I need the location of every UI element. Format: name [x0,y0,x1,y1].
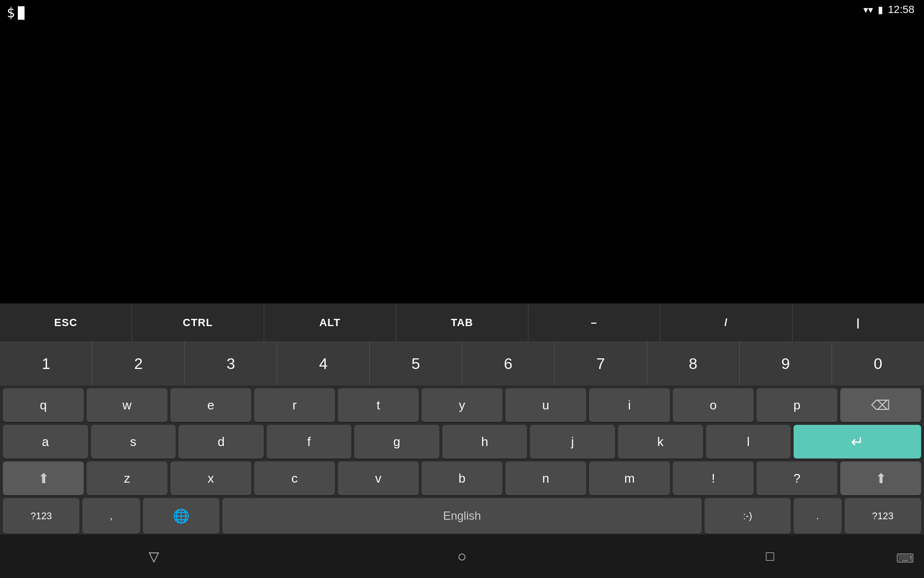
key-k[interactable]: k [618,425,703,459]
key-7[interactable]: 7 [555,342,647,385]
key-2[interactable]: 2 [92,342,185,385]
key-u[interactable]: u [505,388,586,422]
key-alt[interactable]: ALT [264,303,396,342]
key-n[interactable]: n [505,461,586,495]
terminal-area[interactable]: $ [0,0,924,303]
shift-right-icon [875,471,886,486]
key-tab[interactable]: TAB [396,303,528,342]
nav-back-button[interactable] [0,535,308,578]
key-y[interactable]: y [422,388,502,422]
nav-recent-button[interactable] [616,535,924,578]
nav-keyboard-button[interactable] [896,551,914,566]
key-row-2: a s d f g h j k l [3,425,921,459]
clock: 12:58 [888,3,914,16]
number-row: 1 2 3 4 5 6 7 8 9 0 [0,342,924,385]
key-z[interactable]: z [87,461,167,495]
key-5[interactable]: 5 [370,342,462,385]
key-b[interactable]: b [422,461,502,495]
key-c[interactable]: c [254,461,335,495]
key-dash[interactable]: – [528,303,660,342]
key-esc[interactable]: ESC [0,303,132,342]
key-8[interactable]: 8 [647,342,740,385]
key-pipe[interactable]: | [793,303,924,342]
nav-home-button[interactable] [308,535,616,578]
key-v[interactable]: v [338,461,419,495]
status-bar: ▾▾ ▮ 12:58 [828,0,924,19]
key-4[interactable]: 4 [277,342,370,385]
key-exclaim[interactable]: ! [673,461,754,495]
terminal-prompt: $ [0,0,924,26]
key-e[interactable]: e [170,388,251,422]
key-x[interactable]: x [170,461,251,495]
key-m[interactable]: m [589,461,670,495]
key-w[interactable]: w [87,388,167,422]
globe-icon: 🌐 [173,508,190,524]
key-t[interactable]: t [338,388,419,422]
keyboard-icon [896,551,914,565]
key-d[interactable]: d [179,425,264,459]
extra-keys-row: ESC CTRL ALT TAB – / | [0,303,924,342]
key-s[interactable]: s [91,425,176,459]
key-question[interactable]: ? [757,461,837,495]
key-enter[interactable] [794,425,921,459]
key-dot[interactable]: . [794,498,842,534]
key-backspace[interactable] [840,388,921,422]
key-1[interactable]: 1 [0,342,92,385]
keyboard: q w e r t y u i o p a s d f g h j k l z … [0,385,924,535]
recent-icon [766,549,774,564]
shift-left-icon [38,471,49,486]
key-row-3: z x c v b n m ! ? [3,461,921,495]
key-0[interactable]: 0 [832,342,924,385]
bottom-key-row: ?123 , 🌐 English :-) . ?123 [3,498,921,537]
key-o[interactable]: o [673,388,754,422]
key-g[interactable]: g [354,425,439,459]
key-shift-left[interactable] [3,461,84,495]
key-j[interactable]: j [530,425,615,459]
prompt-symbol: $ [7,5,15,21]
wifi-icon: ▾▾ [863,4,873,15]
key-num-left[interactable]: ?123 [3,498,79,534]
key-i[interactable]: i [589,388,670,422]
home-icon [457,548,466,565]
back-icon [149,549,159,565]
key-slash[interactable]: / [660,303,792,342]
key-row-1: q w e r t y u i o p [3,388,921,422]
cursor [18,6,25,20]
key-a[interactable]: a [3,425,88,459]
sys-nav [0,535,924,578]
key-emoji[interactable]: :-) [705,498,791,534]
key-h[interactable]: h [442,425,527,459]
key-q[interactable]: q [3,388,84,422]
enter-icon [851,433,864,451]
battery-icon: ▮ [878,4,883,15]
key-f[interactable]: f [267,425,352,459]
backspace-icon [871,397,890,413]
key-num-right[interactable]: ?123 [845,498,921,534]
key-9[interactable]: 9 [740,342,832,385]
key-6[interactable]: 6 [462,342,554,385]
key-ctrl[interactable]: CTRL [132,303,264,342]
key-p[interactable]: p [757,388,837,422]
key-globe[interactable]: 🌐 [143,498,219,534]
key-space[interactable]: English [222,498,702,534]
key-l[interactable]: l [706,425,791,459]
key-r[interactable]: r [254,388,335,422]
key-shift-right[interactable] [840,461,921,495]
key-comma[interactable]: , [82,498,140,534]
key-3[interactable]: 3 [185,342,277,385]
